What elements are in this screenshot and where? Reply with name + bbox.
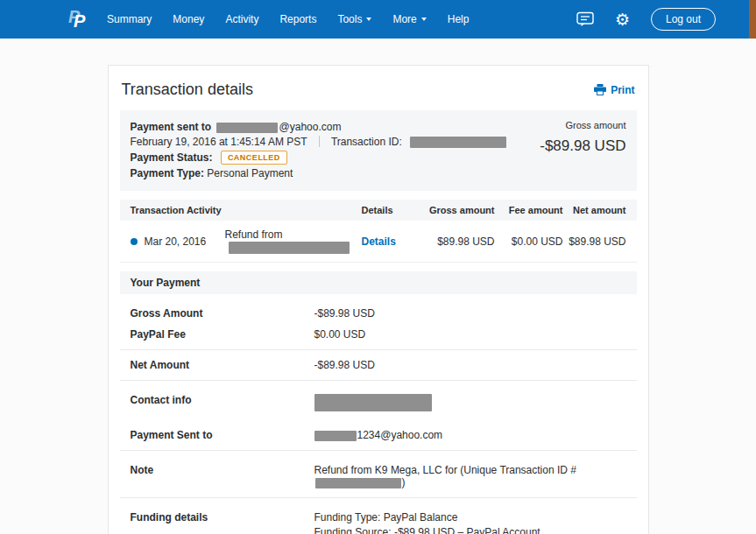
top-navbar: P P Summary Money Activity Reports Tools… xyxy=(0,0,756,39)
status-dot-icon xyxy=(131,238,138,245)
date-transaction-line: February 19, 2016 at 1:45:14 AM PST Tran… xyxy=(131,136,507,148)
nav-item-summary-label: Summary xyxy=(107,13,152,25)
messages-icon[interactable] xyxy=(576,11,594,27)
activity-title: Transaction Activity xyxy=(131,205,362,215)
your-payment-section: Your Payment Gross Amount -$89.98 USD Pa… xyxy=(120,271,637,534)
separator xyxy=(120,349,637,350)
activity-header-row: Transaction Activity Details Gross amoun… xyxy=(120,200,637,221)
nav-item-money[interactable]: Money xyxy=(173,13,204,25)
nav-item-activity[interactable]: Activity xyxy=(225,13,258,25)
activity-row[interactable]: Mar 20, 2016 Refund from Details $89.98 … xyxy=(120,221,637,263)
nav-item-help[interactable]: Help xyxy=(448,13,470,25)
payment-sent-to-line: Payment sent to @yahoo.com xyxy=(131,121,507,133)
gross-amount-label: Gross amount xyxy=(540,120,625,130)
paypal-fee-row-label: PayPal Fee xyxy=(131,328,314,341)
payment-sent-to-row-value: 1234@yahoo.com xyxy=(314,429,626,441)
nav-right: ⚙ Log out xyxy=(576,8,716,31)
nav-menu: Summary Money Activity Reports Tools Mor… xyxy=(107,13,490,25)
activity-gross-value: $89.98 USD xyxy=(418,235,495,248)
note-text: Refund from K9 Mega, LLC for (Unique Tra… xyxy=(314,464,626,488)
your-payment-title: Your Payment xyxy=(120,271,637,294)
separator xyxy=(120,380,637,381)
contact-info-label: Contact info xyxy=(131,394,314,406)
funding-source-line: Funding Source: -$89.98 USD – PayPal Acc… xyxy=(314,526,626,534)
nav-item-more[interactable]: More xyxy=(392,13,426,25)
contact-info-row: Contact info xyxy=(120,390,637,416)
redacted-email-prefix xyxy=(314,431,357,441)
spacer xyxy=(120,191,637,200)
separator xyxy=(120,497,637,498)
nav-item-tools-label: Tools xyxy=(337,13,362,25)
activity-fee-value: $0.00 USD xyxy=(495,235,563,248)
payment-status-label: Payment Status: xyxy=(131,151,213,164)
payment-status-line: Payment Status: CANCELLED xyxy=(131,151,507,165)
payment-sent-to-row-label: Payment Sent to xyxy=(131,429,314,441)
print-icon xyxy=(594,84,606,95)
gross-amount-row-label: Gross Amount xyxy=(131,307,314,320)
nav-item-help-label: Help xyxy=(448,13,470,25)
nav-item-more-label: More xyxy=(392,13,416,25)
nav-item-summary[interactable]: Summary xyxy=(107,13,152,25)
payment-summary: Payment sent to @yahoo.com February 19, … xyxy=(120,110,637,191)
summary-right: Gross amount -$89.98 USD xyxy=(540,118,625,182)
recipient-domain: @yahoo.com xyxy=(279,121,342,133)
page: P P Summary Money Activity Reports Tools… xyxy=(0,0,756,534)
nav-item-money-label: Money xyxy=(173,13,204,25)
separator xyxy=(120,450,637,451)
col-header-details: Details xyxy=(362,205,418,215)
email-suffix: 1234@yahoo.com xyxy=(357,429,443,441)
redacted-transaction-id xyxy=(410,137,506,148)
net-amount-row: Net Amount -$89.98 USD xyxy=(120,355,637,376)
activity-date: Mar 20, 2016 xyxy=(145,235,225,248)
spacer xyxy=(120,263,637,271)
funding-details-value: Funding Type: PayPal Balance Funding Sou… xyxy=(314,511,626,534)
paypal-fee-row-value: $0.00 USD xyxy=(314,328,626,341)
net-amount-row-value: -$89.98 USD xyxy=(314,359,626,371)
note-row: Note Refund from K9 Mega, LLC for (Uniqu… xyxy=(120,460,637,493)
funding-type-line: Funding Type: PayPal Balance xyxy=(314,511,626,523)
redacted-contact-info xyxy=(314,394,432,411)
status-badge: CANCELLED xyxy=(221,151,287,165)
col-header-gross: Gross amount xyxy=(418,205,495,215)
nav-item-tools[interactable]: Tools xyxy=(337,13,371,25)
chevron-down-icon xyxy=(366,18,371,21)
nav-item-reports[interactable]: Reports xyxy=(279,13,316,25)
payment-type-label: Payment Type: xyxy=(131,167,204,179)
card-header: Transaction details Print xyxy=(109,66,648,110)
col-header-net: Net amount xyxy=(563,205,626,215)
activity-description-prefix: Refund from xyxy=(225,228,283,241)
activity-net-value: $89.98 USD xyxy=(563,235,626,248)
funding-details-label: Funding details xyxy=(131,511,314,523)
transaction-card: Transaction details Print Payment sent xyxy=(108,65,649,534)
gross-amount-row: Gross Amount -$89.98 USD xyxy=(120,303,637,324)
col-header-fee: Fee amount xyxy=(495,205,563,215)
redacted-recipient xyxy=(216,123,278,133)
payment-sent-to-label: Payment sent to xyxy=(131,121,212,133)
print-button[interactable]: Print xyxy=(594,84,634,96)
details-link[interactable]: Details xyxy=(362,235,418,248)
activity-description: Refund from xyxy=(225,228,362,254)
net-amount-row-label: Net Amount xyxy=(131,359,314,371)
page-title: Transaction details xyxy=(122,81,253,99)
chevron-down-icon xyxy=(421,18,427,21)
funding-details-row: Funding details Funding Type: PayPal Bal… xyxy=(120,507,637,534)
nav-item-activity-label: Activity xyxy=(225,13,258,25)
nav-item-reports-label: Reports xyxy=(279,13,316,25)
gross-amount-row-value: -$89.98 USD xyxy=(314,307,626,320)
edge-artifact xyxy=(749,0,756,39)
payment-type-value: Personal Payment xyxy=(207,167,293,179)
paypal-logo-letter-front: P xyxy=(74,11,85,32)
paypal-logo[interactable]: P P xyxy=(68,7,89,32)
nav-left: P P Summary Money Activity Reports Tools… xyxy=(68,7,490,32)
vertical-divider xyxy=(319,136,320,147)
paypal-fee-row: PayPal Fee $0.00 USD xyxy=(120,324,637,345)
payment-sent-to-row: Payment Sent to 1234@yahoo.com xyxy=(120,425,637,446)
gear-icon[interactable]: ⚙ xyxy=(615,11,630,28)
logout-button[interactable]: Log out xyxy=(651,8,716,31)
print-label: Print xyxy=(611,84,634,96)
payment-type-line: Payment Type: Personal Payment xyxy=(131,167,507,179)
gross-amount-value: -$89.98 USD xyxy=(540,137,625,155)
content-area: Transaction details Print Payment sent xyxy=(0,65,756,534)
note-text-suffix: ) xyxy=(402,476,406,488)
transaction-id-label: Transaction ID: xyxy=(331,136,402,148)
